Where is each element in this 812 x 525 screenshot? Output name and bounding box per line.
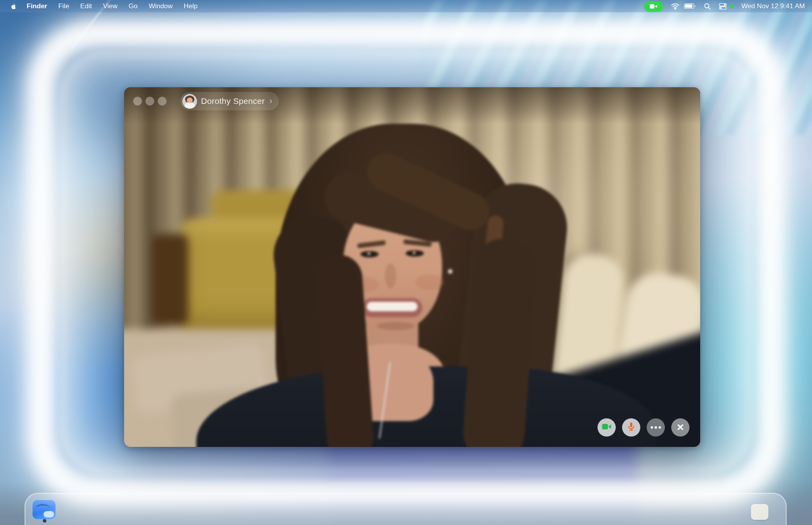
peek-dot: [43, 519, 46, 523]
participant-video: [124, 87, 700, 447]
menu-item-file[interactable]: File: [53, 0, 75, 12]
menu-item-edit[interactable]: Edit: [75, 0, 97, 12]
menu-bar: Finder File Edit View Go Window Help Wed…: [0, 0, 812, 12]
menu-item-window[interactable]: Window: [143, 0, 178, 12]
menu-item-go[interactable]: Go: [123, 0, 143, 12]
battery-icon[interactable]: [684, 3, 696, 9]
menu-item-view[interactable]: View: [98, 0, 123, 12]
call-controls: ✕: [598, 418, 689, 437]
minimize-window-button[interactable]: [146, 97, 154, 105]
zoom-window-button[interactable]: [158, 97, 167, 105]
close-window-button[interactable]: [133, 97, 142, 105]
menu-bar-clock[interactable]: Wed Nov 12 9:41 AM: [741, 2, 805, 10]
facetime-window[interactable]: Dorothy Spencer › ✕: [124, 87, 700, 447]
video-active-indicator[interactable]: [644, 1, 663, 11]
search-icon[interactable]: [704, 3, 711, 10]
video-button[interactable]: [598, 418, 616, 437]
close-button[interactable]: ✕: [671, 418, 689, 437]
menu-item-help[interactable]: Help: [178, 0, 203, 12]
microphone-icon: [626, 422, 636, 433]
video-camera-icon: [601, 422, 612, 433]
close-icon: ✕: [676, 423, 684, 432]
ellipsis-icon: [651, 426, 661, 429]
menu-item-finder[interactable]: Finder: [21, 0, 53, 12]
participant-pill[interactable]: Dorothy Spencer ›: [180, 92, 279, 110]
memoji-avatar: [182, 94, 197, 109]
blue-app-icon[interactable]: [33, 500, 56, 519]
camera-in-use-dot: [730, 4, 733, 8]
control-center-icon[interactable]: [719, 3, 727, 10]
video-feed: [124, 87, 700, 447]
more-button[interactable]: [647, 418, 665, 437]
participant-name: Dorothy Spencer: [201, 96, 265, 106]
chevron-right-icon: ›: [270, 97, 272, 105]
background-window-edge[interactable]: [25, 493, 787, 525]
mic-button[interactable]: [622, 418, 640, 437]
wifi-icon[interactable]: [671, 3, 676, 10]
apple-menu[interactable]: [10, 2, 17, 10]
window-titlebar: Dorothy Spencer ›: [124, 87, 700, 124]
document-icon: [751, 504, 768, 520]
earring: [448, 270, 452, 273]
